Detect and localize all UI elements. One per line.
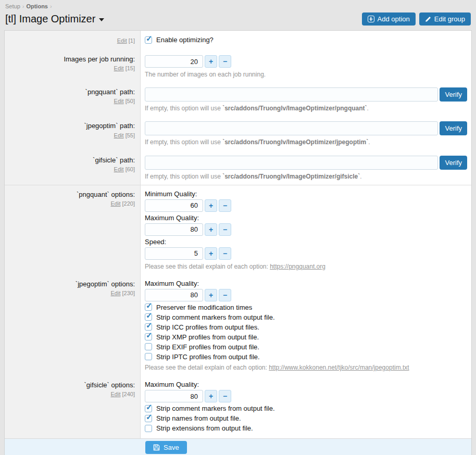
increment-button[interactable]: +: [205, 247, 217, 260]
edit-link[interactable]: Edit: [114, 132, 124, 138]
decrement-button[interactable]: −: [219, 199, 231, 212]
edit-link[interactable]: Edit: [111, 200, 121, 207]
hint-text: If empty, this option will use: [145, 173, 222, 180]
page-title-dropdown[interactable]: [tl] Image Optimizer: [5, 13, 104, 25]
field-label: Maximum Quality:: [145, 280, 467, 287]
gifsicle-check-option: Strip extensions from output file.: [145, 424, 467, 432]
enable-optimizing-option: Enable optimizing?: [145, 36, 467, 44]
increment-button[interactable]: +: [205, 199, 217, 212]
option-row-label-cell: `jpegoptim` path: Edit [55]: [5, 117, 141, 150]
decrement-button[interactable]: −: [219, 289, 231, 301]
maximum-quality-input[interactable]: [145, 289, 203, 301]
maximum-quality-stepper: + −: [145, 390, 467, 402]
checkbox-label: Strip extensions from output file.: [156, 424, 253, 432]
speed-input[interactable]: [145, 247, 203, 260]
option-label: `gifsicle` path:: [8, 156, 135, 165]
option-row-content-cell: Enable optimizing?: [141, 31, 471, 50]
decrement-button[interactable]: −: [219, 247, 231, 260]
jpegoptim-check-option: Strip EXIF profiles from output file.: [145, 343, 467, 351]
enable-optimizing-checkbox[interactable]: [145, 36, 152, 44]
option-row-pngquant-path: `pngquant` path: Edit [50] Verify If emp…: [5, 83, 471, 117]
strip-extensions-checkbox[interactable]: [145, 425, 152, 432]
page-header: [tl] Image Optimizer Add option Edit gro…: [5, 12, 471, 30]
jpegoptim-manual-link[interactable]: http://www.kokkonen.net/tjko/src/man/jpe…: [269, 364, 409, 371]
verify-button[interactable]: Verify: [440, 87, 467, 102]
option-row-label-cell: Edit [1]: [5, 31, 141, 50]
verify-button[interactable]: Verify: [440, 156, 467, 170]
strip-names-checkbox[interactable]: [145, 415, 152, 422]
caret-down-icon: [99, 18, 104, 21]
option-row-enable-optimizing: Edit [1] Enable optimizing?: [5, 31, 471, 50]
option-hint: If empty, this option will use `src/addo…: [145, 104, 467, 112]
option-row-content-cell: Verify If empty, this option will use `s…: [141, 83, 471, 117]
hint-path: `src/addons/Truonglv/ImageOptimizer/pngq…: [222, 105, 367, 112]
increment-button[interactable]: +: [205, 223, 217, 236]
strip-exif-checkbox[interactable]: [145, 343, 152, 350]
edit-link[interactable]: Edit: [111, 290, 121, 296]
decrement-button[interactable]: −: [219, 390, 231, 402]
breadcrumb-link-options[interactable]: Options: [26, 3, 48, 9]
option-row-content-cell: Minimum Quality: + − Maximum Quality: + …: [141, 185, 471, 275]
option-row-pngquant-options: `pngquant` options: Edit [220] Minimum Q…: [5, 185, 471, 275]
strip-iptc-checkbox[interactable]: [145, 353, 152, 360]
hint-text: Please see the detail explain of each op…: [145, 364, 269, 371]
maximum-quality-stepper: + −: [145, 223, 467, 236]
breadcrumb-link-setup[interactable]: Setup: [5, 3, 20, 9]
option-label: `pngquant` path:: [8, 88, 135, 96]
top-area: Setup›Options› [tl] Image Optimizer Add …: [0, 0, 476, 30]
jpegoptim-check-option: Strip IPTC profiles from output file.: [145, 353, 467, 361]
pngquant-link[interactable]: https://pngquant.org: [270, 263, 325, 270]
checkbox-label: Preserver file modification times: [156, 304, 252, 311]
strip-comments-checkbox[interactable]: [145, 313, 152, 321]
header-buttons: Add option Edit group: [362, 12, 471, 26]
hint-text: If empty, this option will use: [145, 105, 222, 112]
gifsicle-path-input[interactable]: [145, 156, 438, 170]
option-row-label-cell: `pngquant` path: Edit [50]: [5, 83, 141, 117]
option-row-content-cell: Maximum Quality: + − Strip comment marke…: [141, 376, 471, 438]
option-row-content-cell: Verify If empty, this option will use `s…: [141, 151, 471, 185]
verify-button[interactable]: Verify: [440, 121, 467, 135]
edit-link[interactable]: Edit: [117, 37, 127, 44]
checkbox-label: Strip EXIF profiles from output file.: [156, 343, 259, 351]
hint-text: Please see this detail explain of each o…: [145, 263, 270, 270]
preserve-times-checkbox[interactable]: [145, 304, 152, 311]
hint-text: .: [368, 138, 370, 146]
edit-link[interactable]: Edit: [114, 166, 124, 172]
option-row-gifsicle-path: `gifsicle` path: Edit [60] Verify If emp…: [5, 151, 471, 185]
minimum-quality-input[interactable]: [145, 199, 203, 212]
checkbox-label: Enable optimizing?: [156, 36, 214, 44]
option-row-content-cell: Maximum Quality: + − Preserver file modi…: [141, 275, 471, 376]
checkbox-label: Strip IPTC profiles from output file.: [156, 353, 260, 361]
option-row-label-cell: `pngquant` options: Edit [220]: [5, 185, 141, 275]
maximum-quality-stepper: + −: [145, 289, 467, 301]
hint-path: `src/addons/Truonglv/ImageOptimizer/gifs…: [222, 173, 360, 180]
increment-button[interactable]: +: [205, 289, 217, 301]
jpegoptim-check-option: Strip comment markers from output file.: [145, 313, 467, 321]
strip-icc-checkbox[interactable]: [145, 323, 152, 331]
option-label: `jpegoptim` path:: [8, 122, 135, 130]
maximum-quality-input[interactable]: [145, 390, 203, 402]
maximum-quality-input[interactable]: [145, 223, 203, 236]
page-title: [tl] Image Optimizer: [5, 13, 95, 25]
edit-link[interactable]: Edit: [114, 65, 124, 71]
strip-xmp-checkbox[interactable]: [145, 333, 152, 340]
save-label: Save: [164, 444, 179, 451]
edit-link[interactable]: Edit: [111, 391, 121, 397]
jpegoptim-path-input[interactable]: [145, 121, 438, 135]
decrement-button[interactable]: −: [219, 55, 231, 68]
edit-group-button[interactable]: Edit group: [419, 12, 471, 26]
add-option-button[interactable]: Add option: [362, 12, 416, 26]
option-row-images-per-job: Images per job running: Edit [15] + − Th…: [5, 50, 471, 83]
pngquant-path-input[interactable]: [145, 87, 438, 102]
edit-link[interactable]: Edit: [114, 98, 124, 104]
decrement-button[interactable]: −: [219, 223, 231, 236]
images-per-job-input[interactable]: [145, 55, 203, 68]
save-button[interactable]: Save: [145, 441, 187, 454]
option-hint: If empty, this option will use `src/addo…: [145, 138, 467, 146]
edit-ref: [230]: [122, 290, 135, 296]
increment-button[interactable]: +: [205, 55, 217, 68]
option-label: `jpegoptim` options:: [8, 280, 135, 288]
increment-button[interactable]: +: [205, 390, 217, 402]
plus-icon: [368, 16, 374, 22]
strip-comments-checkbox[interactable]: [145, 405, 152, 412]
